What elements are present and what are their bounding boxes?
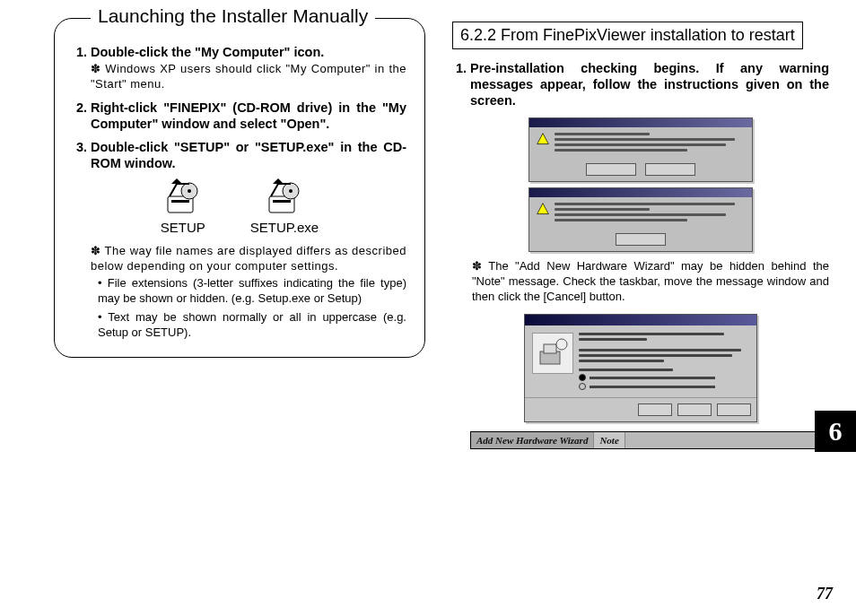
manual-install-box: Launching the Installer Manually Double-… (54, 18, 425, 358)
svg-rect-1 (171, 200, 189, 203)
step-2: Right-click "FINEPIX" (CD-ROM drive) in … (91, 100, 406, 132)
wizard-next-button[interactable] (677, 403, 712, 416)
warning-icon (537, 203, 549, 215)
wizard-titlebar (525, 315, 756, 325)
wizard-graphic (532, 333, 573, 374)
taskbar-item-note[interactable]: Note (594, 432, 625, 448)
page-number: 77 (817, 585, 833, 603)
setup-icon-item-1: SETUP (161, 178, 205, 235)
setup-label-2: SETUP.exe (250, 220, 319, 235)
wizard-radio-1[interactable] (579, 374, 749, 381)
svg-marker-9 (537, 204, 549, 214)
svg-rect-11 (544, 344, 556, 353)
svg-point-12 (556, 339, 567, 350)
svg-point-3 (188, 189, 191, 193)
svg-point-7 (289, 189, 293, 193)
wizard-cancel-button[interactable] (717, 403, 751, 416)
dialog-titlebar (529, 188, 752, 197)
hardware-wizard-note: The "Add New Hardware Wizard" may be hid… (452, 259, 829, 305)
warning-icon (537, 133, 549, 145)
right-column: 6.2.2 From FinePixViewer installation to… (452, 18, 829, 607)
right-step-1: Pre-installation checking begins. If any… (470, 60, 829, 108)
warning-dialog-2 (528, 187, 753, 252)
svg-marker-8 (537, 134, 549, 144)
bullet-textcase: Text may be shown normally or all in upp… (98, 310, 406, 341)
cancel-button[interactable] (645, 163, 695, 176)
step-1: Double-click the "My Computer" icon. Win… (91, 44, 406, 92)
warning-dialog-1 (528, 117, 753, 182)
setup-label-1: SETUP (161, 220, 205, 235)
wizard-back-button[interactable] (638, 403, 672, 416)
add-new-hardware-wizard (524, 314, 757, 422)
dialog-text-lines (555, 203, 745, 224)
wizard-text (579, 333, 749, 390)
bullet-extensions: File extensions (3-letter suffixes indic… (98, 276, 406, 307)
installer-exe-icon (266, 178, 303, 216)
wizard-radio-2[interactable] (579, 383, 749, 390)
setup-icons-row: SETUP SETUP.exe (73, 178, 406, 235)
ok-button[interactable] (586, 163, 636, 176)
setup-icon-item-2: SETUP.exe (250, 178, 319, 235)
warning-dialogs (452, 117, 829, 252)
step-1-note: Windows XP users should click "My Comput… (91, 62, 406, 92)
step-1-text: Double-click the "My Computer" icon. (91, 45, 324, 59)
dialog-titlebar (529, 118, 752, 127)
filenames-note: The way file names are displayed differs… (91, 244, 406, 274)
chapter-tab: 6 (815, 411, 856, 452)
taskbar: Add New Hardware Wizard Note (470, 431, 829, 449)
section-heading: 6.2.2 From FinePixViewer installation to… (452, 22, 803, 49)
box-title: Launching the Installer Manually (91, 5, 375, 27)
installer-icon (164, 178, 202, 216)
ok-button[interactable] (616, 233, 666, 246)
taskbar-item-wizard[interactable]: Add New Hardware Wizard (471, 432, 594, 448)
left-column: Launching the Installer Manually Double-… (54, 18, 425, 607)
step-3: Double-click "SETUP" or "SETUP.exe" in t… (91, 139, 406, 171)
svg-rect-5 (273, 200, 291, 203)
dialog-text-lines (555, 133, 745, 154)
